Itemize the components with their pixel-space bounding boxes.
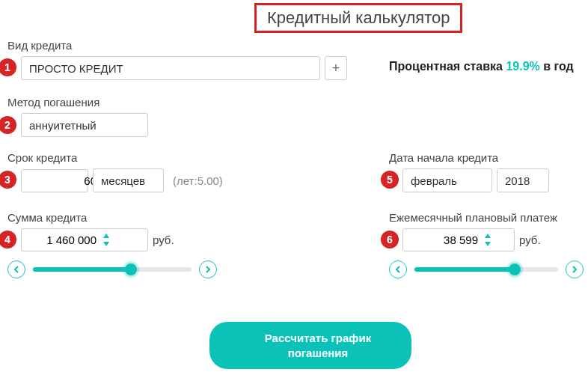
amount-input[interactable] bbox=[29, 234, 97, 246]
repay-method-select[interactable]: аннуитетный bbox=[21, 113, 148, 137]
term-group: Срок кредита месяцев (лет:5.00) bbox=[7, 151, 223, 192]
amount-slider-thumb[interactable] bbox=[125, 263, 137, 275]
repay-method-label: Метод погашения bbox=[7, 96, 148, 109]
interest-rate: Процентная ставка 19.9% в год bbox=[389, 60, 574, 73]
credit-type-label: Вид кредита bbox=[7, 39, 347, 52]
repay-method-value: аннуитетный bbox=[29, 119, 97, 132]
monthly-slider[interactable] bbox=[414, 267, 558, 272]
credit-type-value: ПРОСТО КРЕДИТ bbox=[29, 62, 123, 75]
term-unit: месяцев bbox=[101, 174, 145, 187]
rate-label-before: Процентная ставка bbox=[389, 60, 506, 73]
calculate-button-label: Рассчитать график погашения bbox=[254, 331, 382, 360]
monthly-unit: руб. bbox=[519, 234, 541, 246]
amount-up-button[interactable] bbox=[101, 232, 111, 240]
monthly-down-button[interactable] bbox=[483, 240, 493, 248]
amount-input-wrap bbox=[21, 228, 148, 251]
term-input-wrap bbox=[21, 169, 88, 192]
monthly-slider-left[interactable] bbox=[389, 260, 407, 278]
start-date-group: Дата начала кредита февраль 2018 bbox=[389, 151, 549, 192]
repay-method-group: Метод погашения аннуитетный bbox=[7, 96, 148, 137]
start-month-select[interactable]: февраль bbox=[402, 168, 492, 192]
amount-slider-left[interactable] bbox=[7, 260, 25, 278]
amount-group: Сумма кредита руб. bbox=[7, 211, 217, 278]
term-input[interactable] bbox=[29, 174, 97, 187]
monthly-up-button[interactable] bbox=[483, 232, 493, 240]
monthly-label: Ежемесячный плановый платеж bbox=[389, 211, 584, 224]
term-unit-select[interactable]: месяцев bbox=[93, 168, 164, 192]
rate-value: 19.9% bbox=[506, 60, 539, 73]
rate-label-after: в год bbox=[540, 60, 574, 73]
monthly-slider-thumb[interactable] bbox=[509, 263, 521, 275]
start-month-value: февраль bbox=[411, 174, 457, 187]
monthly-slider-right[interactable] bbox=[566, 260, 584, 278]
credit-type-select[interactable]: ПРОСТО КРЕДИТ bbox=[21, 56, 320, 80]
amount-unit: руб. bbox=[153, 234, 174, 246]
credit-type-group: Вид кредита ПРОСТО КРЕДИТ + bbox=[7, 39, 347, 80]
amount-slider[interactable] bbox=[33, 267, 192, 272]
start-year-select[interactable]: 2018 bbox=[497, 168, 549, 192]
amount-slider-right[interactable] bbox=[199, 260, 217, 278]
amount-label: Сумма кредита bbox=[7, 211, 217, 224]
calculate-group: Рассчитать график погашения bbox=[209, 322, 411, 369]
add-credit-type-button[interactable]: + bbox=[325, 56, 347, 80]
page-title: Кредитный калькулятор bbox=[254, 3, 462, 33]
term-years-hint: (лет:5.00) bbox=[173, 174, 223, 187]
monthly-group: Ежемесячный плановый платеж руб. bbox=[389, 211, 584, 278]
amount-down-button[interactable] bbox=[101, 240, 111, 248]
start-date-label: Дата начала кредита bbox=[389, 151, 549, 164]
calculate-button[interactable]: Рассчитать график погашения bbox=[209, 322, 411, 369]
start-year-value: 2018 bbox=[505, 174, 530, 187]
term-label: Срок кредита bbox=[7, 151, 223, 164]
monthly-input[interactable] bbox=[411, 234, 478, 246]
monthly-input-wrap bbox=[402, 228, 515, 251]
